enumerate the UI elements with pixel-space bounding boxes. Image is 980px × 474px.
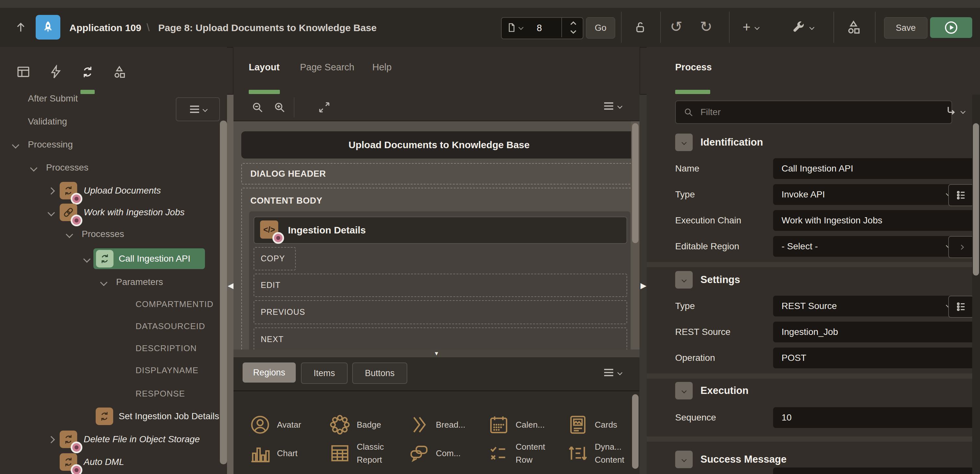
tree-expander-icon[interactable]: [100, 279, 108, 286]
page-selector[interactable]: 8: [501, 17, 583, 39]
tree-expander-icon[interactable]: [12, 142, 19, 149]
tree-expander-icon[interactable]: [48, 209, 55, 216]
create-menu-button[interactable]: +: [743, 19, 759, 35]
cards-region-icon[interactable]: [567, 414, 589, 436]
settings-type-list-button[interactable]: [948, 296, 974, 318]
expand-icon[interactable]: [317, 100, 332, 115]
copy-button-region[interactable]: COPY: [254, 247, 296, 270]
rest-source-select[interactable]: Ingestion_Job: [773, 321, 980, 342]
gallery-item-label[interactable]: Classic: [357, 442, 384, 452]
page-spin-down-icon[interactable]: [565, 28, 581, 36]
tree-item[interactable]: Processing: [28, 139, 73, 150]
name-input[interactable]: Call Ingestion API: [773, 158, 980, 179]
tree-item[interactable]: Set Ingestion Job Details: [119, 411, 219, 422]
right-scrollbar-thumb[interactable]: [973, 123, 979, 275]
calendar-region-icon[interactable]: [488, 414, 510, 436]
save-and-run-button[interactable]: [930, 17, 972, 38]
settings-type-select[interactable]: REST Source: [773, 296, 960, 317]
lock-open-icon[interactable]: [632, 19, 649, 36]
tab-layout[interactable]: Layout: [249, 62, 280, 73]
tab-page-search[interactable]: Page Search: [300, 62, 355, 73]
identification-collapse-button[interactable]: [675, 134, 693, 151]
zoom-in-icon[interactable]: [272, 100, 287, 115]
tree-expander-icon[interactable]: [48, 188, 55, 195]
page-icon[interactable]: [506, 22, 517, 33]
gallery-item-label2[interactable]: Content: [595, 455, 624, 465]
settings-collapse-button[interactable]: [675, 271, 693, 289]
tree-item[interactable]: Validating: [28, 116, 67, 127]
tab-rendering-icon[interactable]: [16, 64, 31, 80]
sequence-input[interactable]: 10: [773, 407, 980, 428]
execution-chain-select[interactable]: Work with Ingestion Jobs: [773, 210, 980, 231]
tree-item[interactable]: RESPONSE: [135, 389, 185, 399]
save-button[interactable]: Save: [884, 17, 928, 38]
type-select[interactable]: Invoke API: [773, 184, 960, 205]
tree-item[interactable]: After Submit: [28, 93, 78, 104]
tree-menu-button[interactable]: [176, 97, 220, 121]
gallery-tab-items[interactable]: Items: [301, 363, 348, 384]
collapse-down-icon[interactable]: ▼: [434, 351, 439, 356]
gallery-tab-regions[interactable]: Regions: [243, 363, 296, 383]
gallery-item-label[interactable]: Content: [515, 442, 545, 452]
right-splitter[interactable]: ▶: [640, 95, 647, 474]
tree-item[interactable]: COMPARTMENTID: [135, 299, 213, 309]
layout-menu-button[interactable]: [603, 102, 622, 111]
tree-item[interactable]: DISPLAYNAME: [135, 365, 199, 375]
undo-icon[interactable]: ↺: [670, 18, 682, 35]
gallery-item-label[interactable]: Bread...: [436, 420, 465, 430]
gallery-item-label[interactable]: Com...: [436, 449, 461, 458]
ingestion-details-region[interactable]: </> Ingestion Details: [254, 216, 627, 244]
chart-region-icon[interactable]: [249, 442, 271, 464]
tab-processing-icon[interactable]: [80, 64, 95, 80]
tree-item-selected[interactable]: Call Ingestion API: [93, 248, 205, 269]
page-select-chevron-icon[interactable]: [519, 25, 524, 30]
success-message-input[interactable]: [773, 468, 980, 474]
collapse-right-icon[interactable]: ▶: [641, 281, 646, 290]
gallery-tab-buttons[interactable]: Buttons: [352, 363, 407, 384]
gallery-item-label[interactable]: Calen...: [515, 420, 545, 430]
tree-item[interactable]: Processes: [82, 229, 124, 239]
tab-dynamic-actions-icon[interactable]: [48, 64, 64, 80]
comments-region-icon[interactable]: [408, 442, 430, 464]
redo-icon[interactable]: ↻: [700, 18, 713, 35]
tree-item[interactable]: Parameters: [116, 277, 163, 287]
application-rocket-icon[interactable]: [36, 15, 60, 40]
tree-item[interactable]: DATASOURCEID: [135, 321, 205, 331]
tree-item[interactable]: Upload Documents: [84, 185, 161, 196]
previous-button-region[interactable]: PREVIOUS: [254, 300, 627, 324]
type-list-button[interactable]: [948, 184, 974, 206]
dynamic-content-region-icon[interactable]: [567, 442, 589, 464]
utilities-menu-button[interactable]: [791, 19, 814, 36]
gallery-menu-button[interactable]: [603, 368, 622, 377]
operation-select[interactable]: POST: [773, 348, 980, 368]
content-row-region-icon[interactable]: [488, 442, 510, 464]
dialog-title-region[interactable]: Upload Documents to Knowledge Base: [241, 131, 637, 159]
gallery-scrollbar-thumb[interactable]: [632, 394, 638, 469]
tab-page-shared-components-icon[interactable]: [111, 64, 127, 80]
zoom-out-icon[interactable]: [250, 100, 265, 115]
execution-collapse-button[interactable]: [675, 382, 693, 399]
goto-group-button[interactable]: [945, 105, 965, 118]
badge-region-icon[interactable]: [329, 414, 351, 436]
editable-region-go-button[interactable]: [948, 236, 974, 258]
collapse-left-icon[interactable]: ◀: [228, 281, 234, 290]
left-splitter[interactable]: ◀: [227, 95, 234, 474]
left-scrollbar-thumb[interactable]: [220, 121, 227, 464]
content-body-region[interactable]: CONTENT BODY </> Ingestion Details COPY …: [241, 188, 638, 350]
tab-process[interactable]: Process: [675, 62, 712, 73]
gallery-item-label[interactable]: Chart: [277, 449, 298, 458]
tab-help[interactable]: Help: [372, 62, 392, 73]
page-spin-up-icon[interactable]: [565, 19, 581, 27]
gallery-item-label[interactable]: Dyna...: [595, 442, 621, 452]
gallery-item-label[interactable]: Avatar: [277, 420, 301, 430]
up-arrow-icon[interactable]: [13, 19, 29, 35]
tree-expander-icon[interactable]: [66, 231, 73, 238]
classic-report-region-icon[interactable]: [329, 442, 351, 464]
tree-expander-icon[interactable]: [30, 164, 38, 172]
success-message-collapse-button[interactable]: [675, 451, 693, 468]
gallery-splitter[interactable]: ▼: [234, 350, 640, 357]
gallery-item-label[interactable]: Badge: [357, 420, 381, 430]
avatar-region-icon[interactable]: [249, 414, 271, 436]
canvas-scrollbar-thumb[interactable]: [632, 123, 638, 243]
tree-item[interactable]: Processes: [46, 162, 89, 173]
